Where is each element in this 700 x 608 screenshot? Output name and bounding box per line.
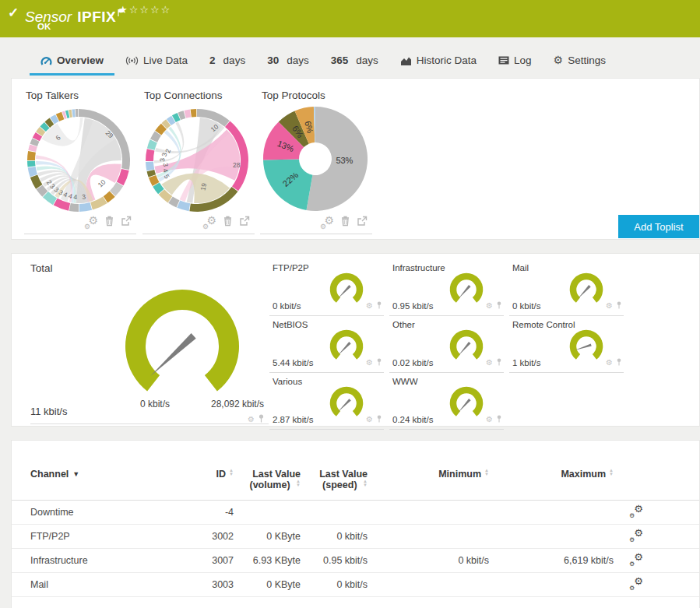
svg-text:53%: 53%	[336, 156, 353, 165]
cell-minimum: 0 kbit/s	[368, 555, 489, 566]
gear-icon[interactable]: ⚙	[486, 415, 493, 423]
gear-icon[interactable]: ⚙	[606, 301, 613, 310]
column-header-maximum[interactable]: Maximum▲▼	[489, 469, 614, 480]
total-gauge-max: 28,092 kbit/s	[202, 399, 273, 409]
channel-settings-gears-icon[interactable]: ⚙⚙	[629, 529, 681, 543]
toplist-chart[interactable]: 102819233345	[142, 103, 252, 216]
sensor-name: IPFIX	[77, 9, 116, 25]
channel-gauge-cell: NetBIOS 5.44 kbit/s ⚙	[269, 317, 384, 373]
tab-365-days[interactable]: 365days	[320, 48, 389, 73]
cell-channel[interactable]: FTP/P2P	[30, 531, 190, 542]
pin-icon[interactable]	[376, 412, 382, 426]
tab-historic-data[interactable]: Historic Data	[389, 48, 487, 73]
open-external-icon[interactable]	[357, 216, 368, 230]
cell-last-value-speed: 0 kbit/s	[301, 531, 368, 542]
channel-settings-gears-icon[interactable]: ⚙⚙	[629, 505, 681, 519]
channel-gauge-actions: ⚙	[486, 298, 502, 312]
column-header-id[interactable]: ID▲▼	[190, 469, 234, 480]
gear-icon[interactable]: ⚙	[366, 301, 373, 310]
channel-gauge-cell: Infrastructure 0.95 kbit/s ⚙	[389, 260, 504, 316]
toplists-card: Add Toplist Top Talkers 2910623334443 ⚙⚙…	[11, 78, 700, 240]
column-header-last-value-speed-[interactable]: Last Value(speed) ▲▼	[301, 469, 368, 490]
pin-icon[interactable]	[616, 298, 622, 312]
column-header-minimum[interactable]: Minimum▲▼	[368, 469, 489, 480]
cell-channel[interactable]: Downtime	[30, 507, 190, 518]
settings-gears-icon[interactable]: ⚙⚙	[84, 216, 98, 228]
channel-gauge-actions: ⚙	[366, 298, 382, 312]
pin-icon[interactable]	[376, 355, 382, 369]
channel-gauge-actions: ⚙	[606, 298, 622, 312]
pin-icon[interactable]	[496, 355, 502, 369]
table-row[interactable]: Mail 3003 0 KByte 0 kbit/s ⚙⚙	[12, 573, 699, 597]
column-header-channel[interactable]: Channel▼	[30, 469, 190, 480]
toplist-chart[interactable]: 2910623334443	[24, 103, 133, 216]
delete-trash-icon[interactable]	[104, 215, 114, 230]
sort-caret-icon: ▼	[72, 470, 79, 478]
channel-gauge-value: 1 kbit/s	[512, 358, 540, 367]
tab-2-days[interactable]: 2days	[199, 48, 256, 73]
total-gauge	[104, 275, 260, 398]
table-row[interactable]: Downtime -4 ⚙⚙	[12, 501, 699, 525]
tab-overview[interactable]: Overview	[30, 48, 114, 76]
pin-icon[interactable]	[616, 355, 622, 369]
toplist-chart[interactable]: 53%22%13%6%6%	[260, 103, 369, 216]
gear-icon[interactable]: ⚙	[366, 358, 373, 367]
cell-id: 3007	[190, 555, 234, 566]
gear-icon[interactable]: ⚙	[248, 415, 255, 423]
pin-icon[interactable]	[496, 298, 502, 312]
settings-gears-icon[interactable]: ⚙⚙	[320, 216, 334, 228]
table-row[interactable]: Infrastructure 3007 6.93 KByte 0.95 kbit…	[12, 549, 699, 573]
channel-gauge	[445, 326, 488, 365]
gear-icon[interactable]: ⚙	[486, 301, 493, 310]
channel-gauge-label: NetBIOS	[273, 320, 308, 329]
open-external-icon[interactable]	[121, 216, 132, 230]
channel-gauge-value: 0.02 kbit/s	[392, 358, 433, 367]
channel-gauge-label: Other	[392, 320, 415, 329]
toplist-title: Top Talkers	[26, 90, 133, 101]
channel-table-card: Channel▼ID▲▼Last Value(volume) ▲▼Last Va…	[11, 440, 700, 608]
channel-gauge	[445, 383, 488, 422]
tab-settings[interactable]: ⚙Settings	[543, 47, 617, 73]
delete-trash-icon[interactable]	[340, 215, 350, 230]
channel-gauge-value: 5.44 kbit/s	[273, 358, 313, 367]
channel-gauge-cell: Other 0.02 kbit/s ⚙	[389, 317, 504, 373]
status-check-icon: ✓	[8, 5, 19, 21]
gear-icon[interactable]: ⚙	[606, 358, 613, 367]
settings-gears-icon[interactable]: ⚙⚙	[202, 216, 216, 228]
channel-gauge-actions: ⚙	[606, 355, 622, 369]
gear-icon[interactable]: ⚙	[486, 358, 493, 367]
open-external-icon[interactable]	[239, 216, 250, 230]
cell-last-value-speed: 0.95 kbit/s	[301, 555, 368, 566]
tab-30-days[interactable]: 30days	[256, 48, 320, 73]
sort-arrows-icon[interactable]: ▲▼	[609, 469, 614, 476]
channel-gauge-actions: ⚙	[486, 412, 502, 426]
cell-id: 3002	[190, 531, 234, 542]
channel-settings-gears-icon[interactable]: ⚙⚙	[629, 554, 681, 568]
cell-channel[interactable]: Mail	[30, 579, 190, 590]
channel-gauge-value: 0.95 kbit/s	[392, 301, 433, 311]
cell-id: -4	[190, 507, 234, 518]
channel-settings-gears-icon[interactable]: ⚙⚙	[629, 578, 681, 592]
pin-icon[interactable]	[496, 412, 502, 426]
total-gauge-value: 11 kbit/s	[30, 406, 67, 417]
star-rating[interactable]: ★☆☆☆☆	[118, 4, 171, 16]
channel-gauge-label: WWW	[392, 377, 418, 386]
sensor-header: ✓ SensorIPFIX ★☆☆☆☆ OK	[0, 0, 700, 37]
gear-icon[interactable]: ⚙	[366, 415, 373, 423]
channel-gauge-value: 0 kbit/s	[512, 301, 540, 311]
table-row[interactable]: FTP/P2P 3002 0 KByte 0 kbit/s ⚙⚙	[12, 525, 699, 549]
channel-gauge-cell: Various 2.87 kbit/s ⚙	[269, 374, 384, 430]
tab-live-data[interactable]: Live Data	[114, 48, 199, 73]
toplist-panel: Top Connections 102819233345 ⚙⚙	[142, 86, 252, 234]
channel-gauge	[325, 383, 368, 422]
add-toplist-button[interactable]: Add Toplist	[618, 215, 699, 238]
channel-gauge-actions: ⚙	[486, 355, 502, 369]
tab-log[interactable]: Log	[487, 48, 543, 73]
cell-channel[interactable]: Infrastructure	[30, 555, 190, 566]
pin-icon[interactable]	[376, 298, 382, 312]
sort-arrows-icon[interactable]: ▲▼	[363, 480, 368, 487]
channel-gauge-label: FTP/P2P	[273, 263, 309, 272]
column-header-last-value-volume-[interactable]: Last Value(volume) ▲▼	[234, 469, 301, 490]
delete-trash-icon[interactable]	[223, 215, 233, 230]
channel-table-header: Channel▼ID▲▼Last Value(volume) ▲▼Last Va…	[12, 441, 699, 501]
